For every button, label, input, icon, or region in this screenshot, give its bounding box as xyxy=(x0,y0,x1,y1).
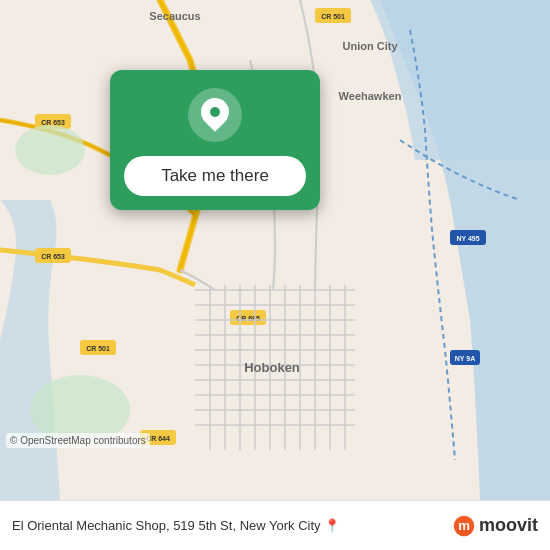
moovit-logo: m moovit xyxy=(453,515,538,537)
svg-text:Hoboken: Hoboken xyxy=(244,360,300,375)
svg-text:m: m xyxy=(458,518,470,533)
location-pin-icon xyxy=(201,98,229,132)
location-icon-wrapper xyxy=(188,88,242,142)
bottom-bar: El Oriental Mechanic Shop, 519 5th St, N… xyxy=(0,500,550,550)
svg-text:CR 501: CR 501 xyxy=(86,345,110,352)
take-me-there-button[interactable]: Take me there xyxy=(124,156,306,196)
popup-card: Take me there xyxy=(110,70,320,210)
pin-emoji: 📍 xyxy=(324,518,340,533)
svg-point-44 xyxy=(15,125,85,175)
svg-text:Weehawken: Weehawken xyxy=(339,90,402,102)
moovit-text: moovit xyxy=(479,515,538,536)
svg-text:NY 9A: NY 9A xyxy=(455,355,476,362)
address-text: El Oriental Mechanic Shop, 519 5th St, N… xyxy=(12,518,453,533)
map-container: I 95 CR 653 CR 653 CR 501 CR 501 CR 685 … xyxy=(0,0,550,500)
svg-text:Secaucus: Secaucus xyxy=(149,10,200,22)
svg-text:CR 653: CR 653 xyxy=(41,119,65,126)
svg-text:NY 495: NY 495 xyxy=(456,235,479,242)
address-label: El Oriental Mechanic Shop, 519 5th St, N… xyxy=(12,518,321,533)
osm-credit: © OpenStreetMap contributors xyxy=(6,433,150,448)
svg-text:CR 653: CR 653 xyxy=(41,253,65,260)
svg-text:Union City: Union City xyxy=(343,40,399,52)
moovit-icon: m xyxy=(453,515,475,537)
svg-text:CR 501: CR 501 xyxy=(321,13,345,20)
